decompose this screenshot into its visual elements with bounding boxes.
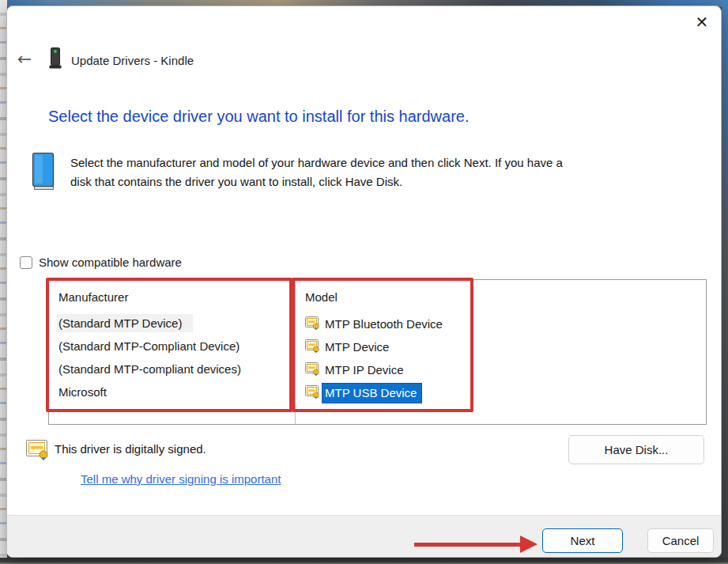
signed-status-text: This driver is digitally signed. — [55, 442, 206, 456]
model-header: Model — [305, 287, 706, 312]
instruction-line-1: Select the manufacturer and model of you… — [70, 153, 695, 172]
manufacturer-item-label[interactable]: Microsoft — [58, 385, 107, 399]
model-item-label[interactable]: MTP USB Device — [323, 384, 421, 403]
model-item[interactable]: MTP IP Device — [305, 358, 706, 381]
checkbox-unchecked-icon[interactable] — [20, 256, 32, 269]
manufacturer-item-label[interactable]: (Standard MTP Device) — [57, 314, 193, 332]
desktop-strip-right — [722, 0, 728, 564]
device-icon — [48, 47, 62, 74]
manufacturer-item[interactable]: (Standard MTP-Compliant Device) — [58, 335, 295, 358]
model-item[interactable]: MTP Device — [305, 335, 706, 358]
have-disk-button[interactable]: Have Disk... — [568, 435, 704, 464]
driver-certificate-icon — [305, 362, 320, 379]
show-compatible-hardware-checkbox[interactable]: Show compatible hardware — [20, 256, 182, 269]
screenshot-stage: ✕ ← Update Drivers - Kindle Select the d… — [0, 0, 728, 564]
hardware-device-icon — [30, 152, 57, 195]
page-heading: Select the device driver you want to ins… — [48, 108, 469, 126]
model-column: Model MTP Bluetooth Device — [296, 280, 706, 424]
checkbox-label: Show compatible hardware — [39, 256, 182, 269]
instruction-line-2: disk that contains the driver you want t… — [70, 172, 695, 191]
manufacturer-item[interactable]: Microsoft — [58, 381, 295, 404]
model-item-label[interactable]: MTP IP Device — [323, 361, 408, 380]
model-item-selected[interactable]: MTP USB Device — [305, 381, 706, 404]
close-icon[interactable]: ✕ — [691, 11, 713, 33]
driver-list-box: Manufacturer (Standard MTP Device) (Stan… — [48, 279, 707, 425]
update-drivers-dialog: ✕ ← Update Drivers - Kindle Select the d… — [6, 6, 722, 558]
driver-certificate-icon — [305, 316, 320, 333]
manufacturer-header: Manufacturer — [58, 287, 295, 312]
driver-certificate-icon — [305, 385, 320, 402]
next-button[interactable]: Next — [542, 528, 623, 553]
cancel-button[interactable]: Cancel — [647, 528, 714, 553]
desktop-strip-bottom — [0, 558, 728, 564]
model-item[interactable]: MTP Bluetooth Device — [305, 312, 706, 335]
manufacturer-item[interactable]: (Standard MTP Device) — [58, 312, 295, 335]
model-item-label[interactable]: MTP Bluetooth Device — [323, 315, 447, 334]
model-item-label[interactable]: MTP Device — [323, 338, 394, 357]
manufacturer-item-label[interactable]: (Standard MTP-compliant devices) — [58, 362, 241, 376]
back-arrow-icon[interactable]: ← — [13, 48, 36, 70]
manufacturer-column: Manufacturer (Standard MTP Device) (Stan… — [49, 280, 295, 424]
window-title: Update Drivers - Kindle — [71, 54, 194, 67]
driver-signing-link[interactable]: Tell me why driver signing is important — [81, 472, 281, 486]
manufacturer-item-label[interactable]: (Standard MTP-Compliant Device) — [58, 339, 240, 353]
driver-certificate-icon — [305, 339, 320, 356]
manufacturer-item[interactable]: (Standard MTP-compliant devices) — [58, 358, 295, 381]
instruction-text: Select the manufacturer and model of you… — [70, 153, 695, 191]
title-row: Update Drivers - Kindle — [48, 47, 194, 74]
digitally-signed-icon — [26, 440, 50, 464]
